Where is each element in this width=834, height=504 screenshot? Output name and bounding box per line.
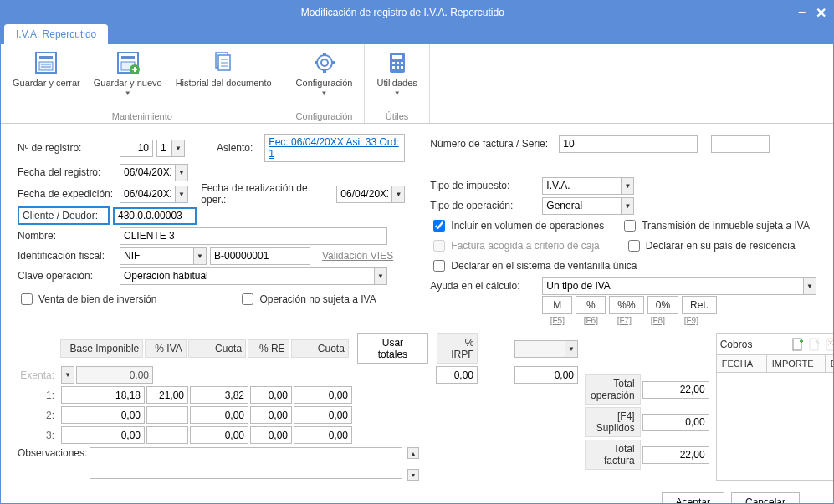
row2-pctre[interactable]: [250, 406, 292, 424]
svg-rect-23: [392, 55, 402, 59]
idfiscal-num-input[interactable]: [210, 247, 310, 265]
guardar-cerrar-button[interactable]: Guardar y cerrar: [9, 48, 84, 109]
incluir-volumen-checkbox[interactable]: Incluir en volumen de operaciones: [430, 217, 604, 234]
obs-down-button[interactable]: ▼: [407, 469, 419, 481]
tipoop-label: Tipo de operación:: [430, 200, 539, 211]
tipoimp-dropdown[interactable]: ▼: [621, 177, 634, 195]
row2-base[interactable]: [61, 406, 145, 424]
cliente-input[interactable]: [113, 207, 197, 225]
svg-rect-1: [39, 56, 53, 59]
tipoop-input[interactable]: [542, 197, 621, 215]
svg-rect-26: [401, 62, 403, 64]
exenta-label: Exenta:: [18, 369, 59, 381]
nregistro2-dropdown[interactable]: ▼: [171, 140, 185, 157]
calc-pct-button[interactable]: %: [576, 296, 606, 314]
row2-label: 2:: [18, 410, 59, 421]
venta-bien-checkbox[interactable]: Venta de bien de inversión: [18, 291, 156, 308]
ribbon-group-utiles: Utilidades ▼ Útiles: [365, 44, 429, 123]
irpf-combo-dropdown: ▼: [565, 340, 578, 358]
tipoop-dropdown[interactable]: ▼: [621, 197, 634, 215]
tab-iva-repercutido[interactable]: I.V.A. Repercutido: [4, 24, 108, 44]
svg-point-16: [317, 55, 332, 70]
row1-cuota[interactable]: [190, 386, 248, 404]
declarar-ventanilla-checkbox[interactable]: Declarar en el sistema de ventanilla úni…: [430, 257, 637, 274]
transmision-inmueble-checkbox[interactable]: Transmisión de inmueble sujeta a IVA: [621, 217, 810, 234]
close-button[interactable]: ✕: [816, 5, 826, 21]
row1-base[interactable]: [61, 386, 145, 404]
row3-base[interactable]: [61, 426, 145, 444]
svg-rect-21: [331, 61, 335, 64]
edit-doc-icon[interactable]: [808, 338, 821, 351]
calc-m-button[interactable]: M: [542, 296, 572, 314]
svg-rect-29: [401, 66, 403, 69]
numfactura-input[interactable]: [559, 135, 698, 153]
observaciones-textarea[interactable]: [90, 447, 402, 479]
row2-pctiva[interactable]: [146, 406, 188, 424]
declarar-pais-checkbox[interactable]: Declarar en su país de residencia: [625, 237, 796, 254]
idfiscal-tipo-dropdown[interactable]: ▼: [193, 247, 207, 265]
gear-icon: [311, 49, 338, 76]
suplidos-value[interactable]: [642, 414, 709, 431]
irpf-cuota-input[interactable]: [514, 366, 578, 384]
nregistro2-input[interactable]: [156, 140, 171, 157]
idfiscal-tipo-input[interactable]: [120, 247, 193, 265]
calc-pctpct-button[interactable]: %%: [609, 296, 643, 314]
cobros-col-e: E: [826, 355, 833, 372]
utilidades-button[interactable]: Utilidades ▼: [373, 48, 420, 109]
historial-documento-button[interactable]: Historial del documento: [172, 48, 275, 109]
serie-input[interactable]: [711, 135, 770, 153]
add-doc-icon[interactable]: [791, 338, 805, 351]
row3-cuota[interactable]: [190, 426, 248, 444]
fecha-exp-dropdown[interactable]: ▼: [175, 186, 188, 203]
row3-cuota2[interactable]: [294, 426, 352, 444]
total-factura-value[interactable]: [642, 446, 709, 464]
row1-pctiva[interactable]: [146, 386, 188, 404]
fecha-real-input[interactable]: [336, 186, 391, 203]
ayuda-calc-input[interactable]: [542, 277, 803, 295]
cobros-body: [717, 373, 833, 456]
fecha-exp-label: Fecha de expedición:: [18, 188, 116, 200]
fecha-registro-dropdown[interactable]: ▼: [175, 164, 188, 181]
window: Modificación de registro de I.V.A. Reper…: [0, 0, 834, 504]
nregistro-label: Nº de registro:: [18, 142, 116, 154]
tipoimp-input[interactable]: [542, 177, 621, 195]
usar-totales-button[interactable]: Usar totales: [357, 333, 428, 364]
exenta-dropdown[interactable]: ▼: [61, 366, 74, 384]
delete-doc-icon[interactable]: [825, 338, 833, 351]
nregistro-input[interactable]: [120, 140, 153, 157]
fecha-registro-input[interactable]: [120, 164, 175, 181]
asiento-link[interactable]: Fec: 06/04/20XX Asi: 33 Ord: 1: [264, 134, 405, 162]
svg-rect-2: [39, 62, 53, 70]
fecha-exp-input[interactable]: [120, 186, 175, 203]
configuracion-button[interactable]: Configuración ▼: [293, 48, 356, 109]
claveop-dropdown[interactable]: ▼: [374, 267, 387, 285]
nombre-input[interactable]: [120, 227, 387, 245]
calc-ret-button[interactable]: Ret.: [682, 296, 717, 314]
row1-cuota2[interactable]: [294, 386, 352, 404]
minimize-button[interactable]: −: [798, 5, 806, 20]
obs-up-button[interactable]: ▲: [407, 447, 419, 459]
guardar-nuevo-button[interactable]: Guardar y nuevo ▼: [90, 48, 166, 109]
save-close-icon: [33, 49, 59, 76]
irpf-val-input[interactable]: [436, 366, 478, 384]
ayuda-calc-dropdown[interactable]: ▼: [803, 277, 816, 295]
validacion-vies-link[interactable]: Validación VIES: [322, 250, 393, 262]
claveop-input[interactable]: [120, 267, 374, 285]
fecha-real-dropdown[interactable]: ▼: [391, 186, 405, 203]
calc-0pct-button[interactable]: 0%: [647, 296, 678, 314]
svg-rect-20: [315, 61, 318, 64]
svg-rect-25: [397, 62, 399, 64]
fecha-real-label: Fecha de realización de oper.:: [201, 182, 324, 206]
ribbon-group-mantenimiento: Guardar y cerrar Guardar y nuevo ▼ Histo…: [1, 44, 284, 123]
op-no-sujeta-checkbox[interactable]: Operación no sujeta a IVA: [238, 291, 376, 308]
row2-cuota2[interactable]: [294, 406, 352, 424]
row3-pctre[interactable]: [250, 426, 292, 444]
cancelar-button[interactable]: Cancelar: [731, 492, 800, 503]
calculator-icon: [384, 49, 411, 76]
total-operacion-value[interactable]: [642, 381, 709, 399]
row1-pctre[interactable]: [250, 386, 292, 404]
row3-pctiva[interactable]: [146, 426, 188, 444]
chevron-down-icon: ▼: [125, 89, 131, 97]
aceptar-button[interactable]: Aceptar: [662, 492, 724, 503]
row2-cuota[interactable]: [190, 406, 248, 424]
